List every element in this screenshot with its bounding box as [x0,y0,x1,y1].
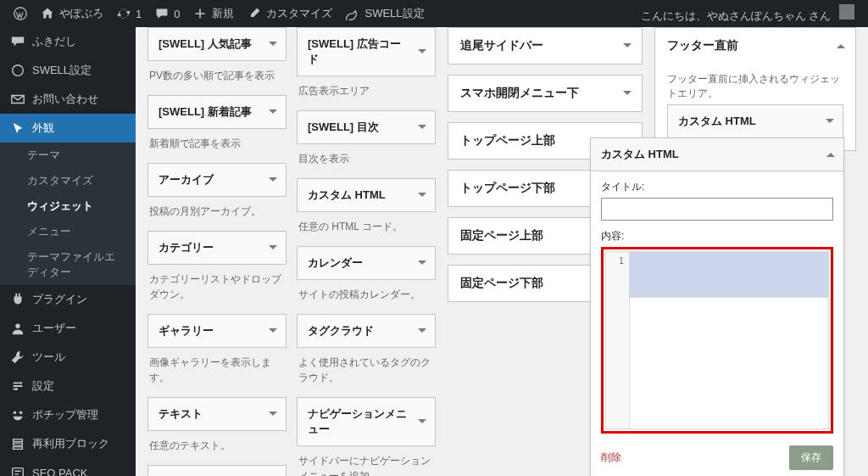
line-gutter: 1 [606,252,630,428]
widget-area-title: 固定ページ上部 [460,228,543,242]
chevron-down-icon [415,120,430,135]
widget-description: 画像ギャラリーを表示します。 [147,348,287,397]
widget-edit-header[interactable]: カスタム HTML [591,138,843,171]
chevron-down-icon [265,104,281,120]
wp-logo[interactable] [7,0,34,27]
svg-point-6 [19,412,23,415]
menu-users[interactable]: ユーザー [0,314,136,343]
widget-area-title: 固定ページ下部 [460,276,543,289]
chevron-up-icon [823,147,838,162]
available-widget[interactable]: [SWELL] 人気記事 [147,27,287,61]
widget-title: タグクラウド [308,324,374,337]
chevron-down-icon [265,172,281,188]
widget-description: 任意の HTML コード。 [297,212,436,246]
submenu-theme-editor[interactable]: テーマファイルエディター [0,244,136,285]
inner-widget-custom-html[interactable]: カスタム HTML [667,104,843,138]
widget-title: ナビゲーションメニュー [308,407,407,435]
new-content[interactable]: 新規 [186,0,241,27]
widget-area-title: トップページ上部 [460,133,555,147]
menu-reusable[interactable]: 再利用ブロック [0,429,136,458]
widget-area[interactable]: 追尾サイドバー [448,27,643,64]
submenu-customize[interactable]: カスタマイズ [0,168,136,193]
content-highlight-frame: 1 [601,247,833,434]
widget-description: カテゴリーリストやドロップダウン。 [147,265,287,314]
chevron-down-icon [415,414,430,429]
submenu-menus[interactable]: メニュー [0,219,136,244]
title-label: タイトル: [601,180,833,194]
chevron-up-icon [833,38,849,53]
menu-tools[interactable]: ツール [0,343,136,372]
widget-title: テキスト [159,407,203,420]
widget-description: 広告表示エリア [297,76,436,110]
svg-point-1 [13,65,24,76]
available-widget[interactable]: タグクラウド [297,314,436,348]
menu-balloon[interactable]: ふきだし [0,27,136,56]
available-widget[interactable]: カスタム HTML [297,178,436,212]
chevron-down-icon [415,255,430,271]
svg-point-5 [14,412,17,415]
widget-description: よく使用されているタグのクラウド。 [297,348,436,397]
widget-title: カスタム HTML [308,188,386,201]
swell-settings-link[interactable]: SWELL設定 [339,0,431,27]
menu-settings[interactable]: 設定 [0,372,136,400]
chevron-down-icon [265,406,281,422]
widget-title: [SWELL] 広告コード [308,37,401,65]
available-widget[interactable]: ナビゲーションメニュー [297,397,436,446]
widget-edit-panel: カスタム HTML タイトル: 内容: 1 [590,137,844,476]
chevron-down-icon [620,86,635,101]
save-button[interactable]: 保存 [789,445,833,470]
available-widget[interactable]: カレンダー [297,246,436,280]
updates[interactable]: 1 [110,0,148,27]
area-footer-before-desc: フッター直前に挿入されるウィジェットエリア。 [667,72,843,101]
menu-pochi[interactable]: ポチップ管理 [0,400,136,429]
chevron-down-icon [822,114,837,129]
menu-seopack[interactable]: SEO PACK [0,458,136,476]
avatar [839,4,854,20]
svg-point-3 [19,382,22,384]
menu-plugins[interactable]: プラグイン [0,285,136,314]
available-widget[interactable]: ブロック [147,465,287,476]
svg-point-2 [15,324,19,328]
chevron-down-icon [265,323,281,339]
title-input[interactable] [601,198,833,221]
svg-point-0 [14,8,26,20]
widget-description: PV数の多い順で記事を表示 [147,61,287,95]
widget-area[interactable]: スマホ開閉メニュー下 [448,75,643,112]
widget-area-title: スマホ開閉メニュー下 [460,86,579,99]
available-widget[interactable]: アーカイブ [147,163,287,197]
widget-title: カレンダー [308,256,363,269]
available-widget[interactable]: [SWELL] 目次 [297,110,436,144]
submenu-themes[interactable]: テーマ [0,143,136,168]
widget-description: サイドバーにナビゲーションメニューを追加。 [297,446,436,476]
content-editor[interactable]: 1 [605,251,829,429]
delete-link[interactable]: 削除 [601,451,621,465]
available-widget[interactable]: カテゴリー [147,231,287,265]
submenu-widgets[interactable]: ウィジェット [0,193,136,219]
available-widget[interactable]: テキスト [147,397,287,431]
chevron-down-icon [620,38,635,53]
chevron-down-icon [265,240,281,255]
chevron-down-icon [415,44,430,59]
customize-link[interactable]: カスタマイズ [241,0,339,27]
chevron-down-icon [415,188,430,203]
site-name[interactable]: やぽぶろ [34,0,110,27]
widget-title: [SWELL] 目次 [308,120,379,133]
area-footer-before[interactable]: フッター直前 [654,27,856,64]
menu-appearance[interactable]: 外観 [0,114,136,143]
available-widget[interactable]: [SWELL] 広告コード [297,27,436,76]
available-widget[interactable]: ギャラリー [147,314,287,348]
widget-description: 投稿の月別アーカイブ。 [147,197,287,231]
svg-rect-7 [13,468,24,476]
greeting[interactable]: こんにちは、やぬさんぽんちゃん さん [634,4,861,24]
widget-title: ギャラリー [159,324,214,337]
menu-swell[interactable]: SWELL設定 [0,56,136,85]
widget-description: サイトの投稿カレンダー。 [297,280,436,314]
chevron-down-icon [415,323,430,339]
comments[interactable]: 0 [148,0,186,27]
content-label: 内容: [601,229,833,244]
available-widget[interactable]: [SWELL] 新着記事 [147,95,287,129]
widget-area-title: トップページ下部 [460,181,555,194]
menu-contact[interactable]: お問い合わせ [0,85,136,114]
widget-title: アーカイブ [159,173,214,186]
svg-point-4 [15,388,18,390]
